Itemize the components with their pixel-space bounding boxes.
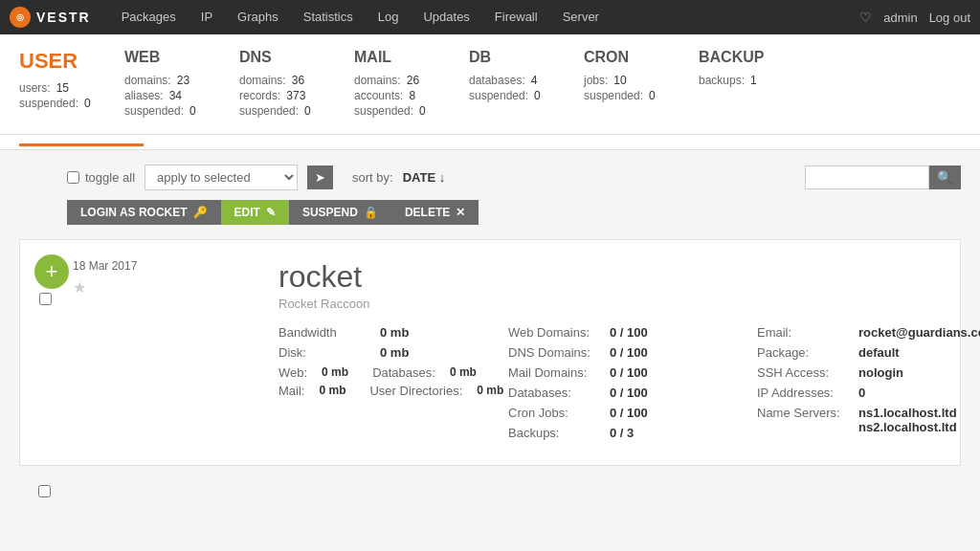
- toolbar: toggle all apply to selected ➤ sort by: …: [19, 165, 961, 190]
- star-button[interactable]: ★: [73, 278, 86, 297]
- stat-web-aliases-value: 34: [169, 89, 182, 102]
- stat-web: WEB domains: 23 aliases: 34 suspended: 0: [124, 49, 239, 120]
- stat-db-databases-value: 4: [531, 74, 538, 87]
- stat-cron-jobs-value: 10: [613, 74, 626, 87]
- bandwidth-value: 0 mb: [380, 325, 409, 340]
- action-bar: LOGIN AS ROCKET 🔑 EDIT ✎ SUSPEND 🔒 DELET…: [19, 200, 961, 225]
- main-content: toggle all apply to selected ➤ sort by: …: [0, 150, 980, 524]
- search-input[interactable]: [805, 165, 929, 189]
- tab-bar: [0, 135, 980, 150]
- stat-backup-title: BACKUP: [699, 49, 785, 66]
- nav-updates[interactable]: Updates: [412, 0, 480, 34]
- stat-user-row-1: suspended: 0: [19, 97, 96, 110]
- stat-mail-suspended-label: suspended:: [354, 104, 413, 118]
- sort-by-label: sort by:: [352, 170, 393, 185]
- package-value: default: [858, 345, 900, 360]
- stat-cron-jobs-label: jobs:: [584, 74, 608, 87]
- stat-suspended-label: suspended:: [19, 97, 78, 110]
- stat-web-domains-value: 23: [177, 74, 189, 87]
- top-navigation: ◎ VESTR Packages IP Graphs Statistics Lo…: [0, 0, 980, 34]
- mail-sub-value: 0 mb: [319, 384, 345, 398]
- nav-statistics[interactable]: Statistics: [292, 0, 365, 34]
- stat-web-suspended-label: suspended:: [124, 104, 184, 118]
- sort-value: DATE ↓: [403, 170, 446, 185]
- web-domains-value: 0 / 100: [610, 325, 648, 340]
- bandwidth-label: Bandwidth: [278, 325, 374, 340]
- user-card-date: 18 Mar 2017: [73, 259, 137, 273]
- stat-web-suspended-value: 0: [189, 104, 196, 118]
- nav-packages[interactable]: Packages: [110, 0, 188, 34]
- stat-user: USER users: 15 suspended: 0: [19, 49, 124, 120]
- stat-db-suspended-label: suspended:: [469, 89, 528, 102]
- logout-button[interactable]: Log out: [929, 11, 970, 25]
- mail-domains-value: 0 / 100: [610, 365, 648, 380]
- stat-backup: BACKUP backups: 1: [699, 49, 813, 120]
- stat-mail-title: MAIL: [354, 49, 440, 66]
- edit-button[interactable]: EDIT ✎: [221, 200, 289, 225]
- info-right: Email: rocket@guardians.com Package: def…: [757, 325, 980, 446]
- admin-link[interactable]: admin: [883, 11, 917, 25]
- stat-dns: DNS domains: 36 records: 373 suspended: …: [239, 49, 354, 120]
- login-as-rocket-button[interactable]: LOGIN AS ROCKET 🔑: [67, 200, 221, 225]
- apply-to-selected-dropdown[interactable]: apply to selected: [145, 165, 298, 190]
- databases-label: Databases:: [508, 386, 604, 400]
- lock-icon: 🔒: [364, 206, 378, 219]
- user-dirs-label: User Directories:: [369, 384, 462, 398]
- web-domains-label: Web Domains:: [508, 325, 604, 340]
- toggle-all-checkbox[interactable]: [67, 171, 79, 184]
- databases-sub-label: Databases:: [372, 365, 435, 380]
- stat-cron: CRON jobs: 10 suspended: 0: [584, 49, 699, 120]
- tab-active-indicator: [19, 143, 144, 146]
- email-value: rocket@guardians.com: [858, 325, 980, 340]
- pencil-icon: ✎: [266, 206, 276, 219]
- stats-bar: USER users: 15 suspended: 0 WEB domains:…: [0, 34, 980, 135]
- stat-db-databases-label: databases:: [469, 74, 525, 87]
- stat-dns-domains-label: domains:: [239, 74, 286, 87]
- stat-suspended-value: 0: [84, 97, 91, 110]
- delete-button[interactable]: DELETE ✕: [391, 200, 479, 225]
- user-dirs-value: 0 mb: [477, 384, 503, 398]
- nav-ip[interactable]: IP: [189, 0, 224, 34]
- stat-db-title: DB: [469, 49, 555, 66]
- stat-mail-domains-value: 26: [407, 74, 419, 87]
- user-fullname: Rocket Raccoon: [278, 297, 941, 311]
- backups-label: Backups:: [508, 426, 604, 440]
- ns-value-2: ns2.localhost.ltd: [858, 420, 957, 434]
- user-card-checkbox[interactable]: [39, 293, 52, 305]
- nav-server[interactable]: Server: [551, 0, 611, 34]
- add-user-button[interactable]: +: [34, 254, 69, 289]
- suspend-button[interactable]: SUSPEND 🔒: [289, 200, 391, 225]
- bell-icon[interactable]: ♡: [859, 10, 872, 25]
- stat-mail-suspended-value: 0: [419, 104, 426, 118]
- username: rocket: [278, 259, 941, 295]
- ns-value-1: ns1.localhost.ltd: [858, 406, 957, 420]
- stat-dns-records-value: 373: [286, 89, 305, 102]
- ssh-value: nologin: [858, 365, 903, 380]
- nav-items: Packages IP Graphs Statistics Log Update…: [110, 0, 860, 34]
- stat-users-label: users:: [19, 81, 51, 95]
- stat-db: DB databases: 4 suspended: 0: [469, 49, 584, 120]
- dns-domains-value: 0 / 100: [610, 345, 648, 360]
- nav-log[interactable]: Log: [367, 0, 411, 34]
- disk-label: Disk:: [278, 345, 374, 360]
- stat-mail: MAIL domains: 26 accounts: 8 suspended: …: [354, 49, 469, 120]
- bottom-checkbox[interactable]: [38, 485, 51, 497]
- logo-text: VESTR: [36, 10, 91, 25]
- logo[interactable]: ◎ VESTR: [10, 7, 91, 28]
- mail-sub-label: Mail:: [278, 384, 304, 398]
- stat-web-aliases-label: aliases:: [124, 89, 164, 102]
- nav-graphs[interactable]: Graphs: [226, 0, 290, 34]
- web-sub-value: 0 mb: [322, 365, 348, 380]
- stat-cron-suspended-label: suspended:: [584, 89, 643, 102]
- apply-button[interactable]: ➤: [307, 165, 333, 189]
- search-button[interactable]: 🔍: [929, 165, 961, 189]
- bandwidth-row: Bandwidth 0 mb: [278, 325, 508, 340]
- package-label: Package:: [757, 345, 853, 360]
- databases-sub-value: 0 mb: [450, 365, 477, 380]
- stat-backup-backups-value: 1: [750, 74, 757, 87]
- toggle-all-label: toggle all: [85, 170, 135, 185]
- ns-label: Name Servers:: [757, 406, 853, 420]
- user-card: + 18 Mar 2017 ★ rocket Rocket Raccoon Ba…: [19, 239, 961, 466]
- stat-dns-suspended-value: 0: [304, 104, 311, 118]
- nav-firewall[interactable]: Firewall: [483, 0, 549, 34]
